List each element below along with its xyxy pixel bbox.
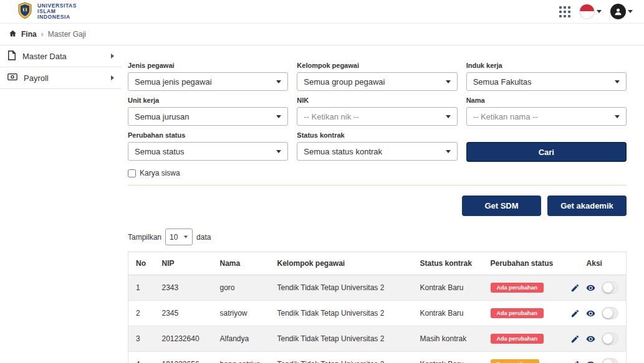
apps-grid-icon[interactable] bbox=[559, 6, 570, 17]
field-label: NIK bbox=[297, 97, 457, 105]
field-induk-kerja: Induk kerja Semua Fakultas bbox=[466, 62, 627, 91]
page-size-row: Tampilkan 10 data bbox=[128, 229, 627, 245]
edit-icon[interactable] bbox=[570, 283, 580, 293]
cell-kelompok-pegawai: Tendik Tidak Tetap Universitas 2 bbox=[270, 301, 413, 326]
cell-aksi bbox=[563, 301, 627, 326]
university-name: UNIVERSITAS ISLAM INDONESIA bbox=[37, 3, 77, 20]
cell-nama: Alfandya bbox=[213, 326, 270, 352]
cari-button[interactable]: Cari bbox=[466, 142, 627, 162]
view-icon[interactable] bbox=[585, 309, 596, 318]
kelompok-pegawai-select[interactable]: Semua group pegawai bbox=[297, 72, 457, 91]
chevron-down-icon bbox=[276, 115, 281, 118]
get-akademik-button[interactable]: Get akademik bbox=[547, 196, 627, 216]
select-value: Semua status bbox=[135, 147, 185, 156]
sidebar-item-label: Master Data bbox=[22, 52, 105, 61]
cell-nama: satriyow bbox=[213, 301, 270, 326]
uii-logo[interactable]: UNIVERSITAS ISLAM INDONESIA bbox=[17, 2, 77, 22]
header-actions bbox=[559, 4, 633, 19]
select-value: -- Ketikan nik -- bbox=[304, 112, 358, 121]
field-label: Perubahan status bbox=[128, 131, 288, 139]
cell-status-kontrak: Kontrak Baru bbox=[413, 275, 483, 301]
bulk-action-row: Get SDM Get akademik bbox=[128, 196, 627, 216]
page-size-select[interactable]: 10 bbox=[165, 229, 193, 245]
home-icon[interactable] bbox=[9, 29, 17, 39]
edit-icon[interactable] bbox=[570, 360, 580, 363]
table-row: 2 2345 satriyow Tendik Tidak Tetap Unive… bbox=[128, 301, 627, 326]
chevron-down-icon bbox=[276, 150, 281, 153]
cell-status-kontrak: Kontrak Baru bbox=[413, 352, 483, 363]
field-label: Jenis pegawai bbox=[128, 62, 288, 70]
field-label: Unit kerja bbox=[128, 97, 288, 105]
karya-siswa-checkbox-row[interactable]: Karya siswa bbox=[128, 169, 180, 177]
nik-select[interactable]: -- Ketikan nik -- bbox=[297, 107, 457, 126]
chevron-down-icon bbox=[446, 115, 451, 118]
edit-icon[interactable] bbox=[570, 334, 580, 344]
status-badge: Ada perubahan bbox=[491, 308, 544, 318]
field-kelompok-pegawai: Kelompok pegawai Semua group pegawai bbox=[297, 62, 457, 91]
toggle-switch[interactable] bbox=[602, 358, 619, 363]
column-header: Aksi bbox=[563, 252, 627, 275]
cell-aksi bbox=[563, 326, 627, 352]
unit-kerja-select[interactable]: Semua jurusan bbox=[128, 107, 288, 126]
perubahan-status-select[interactable]: Semua status bbox=[128, 142, 288, 161]
toggle-switch[interactable] bbox=[602, 281, 619, 294]
select-value: Semua group pegawai bbox=[304, 77, 385, 87]
cell-nama: bang satriyo bbox=[213, 352, 270, 363]
select-value: Semua Fakultas bbox=[473, 77, 532, 87]
user-avatar-icon bbox=[610, 4, 626, 19]
cell-kelompok-pegawai: Tendik Tidak Tetap Universitas 2 bbox=[270, 275, 413, 301]
get-sdm-button[interactable]: Get SDM bbox=[462, 196, 541, 216]
chevron-down-icon bbox=[628, 10, 633, 13]
chevron-down-icon bbox=[276, 80, 281, 83]
sidebar-item-payroll[interactable]: Payroll bbox=[0, 67, 122, 89]
toggle-switch[interactable] bbox=[602, 307, 619, 319]
payroll-icon bbox=[7, 73, 17, 83]
cell-aksi bbox=[563, 275, 627, 301]
cell-perubahan-status: Ada perubahan bbox=[483, 326, 563, 352]
view-icon[interactable] bbox=[585, 360, 596, 363]
cell-no: 4 bbox=[128, 352, 155, 363]
view-icon[interactable] bbox=[585, 283, 596, 293]
field-jenis-pegawai: Jenis pegawai Semua jenis pegawai bbox=[128, 62, 288, 91]
table-header-row: NoNIPNamaKelompok pegawaiStatus kontrakP… bbox=[128, 252, 627, 275]
employee-table: NoNIPNamaKelompok pegawaiStatus kontrakP… bbox=[128, 252, 627, 363]
column-header: Perubahan status bbox=[483, 252, 563, 275]
cell-kelompok-pegawai: Tendik Tidak Tetap Universitas 2 bbox=[270, 326, 413, 352]
chevron-down-icon bbox=[597, 10, 602, 13]
chevron-down-icon bbox=[446, 80, 451, 83]
language-flag-menu[interactable] bbox=[579, 4, 602, 19]
column-header: No bbox=[128, 252, 155, 275]
breadcrumb-section[interactable]: Fina bbox=[21, 30, 37, 39]
page-size-value: 10 bbox=[170, 233, 178, 242]
sidebar-item-label: Payroll bbox=[24, 73, 105, 83]
chevron-down-icon bbox=[184, 236, 188, 238]
show-suffix-label: data bbox=[196, 233, 211, 242]
file-icon bbox=[7, 50, 16, 62]
select-value: Semua status kontrak bbox=[304, 147, 382, 156]
section-divider bbox=[128, 185, 627, 186]
cell-aksi bbox=[563, 352, 627, 363]
select-value: Semua jurusan bbox=[135, 112, 189, 121]
field-label: Induk kerja bbox=[466, 62, 627, 70]
karya-siswa-checkbox[interactable] bbox=[128, 169, 136, 177]
table-row: 1 2343 goro Tendik Tidak Tetap Universit… bbox=[128, 275, 627, 301]
cell-nip: 2345 bbox=[155, 301, 213, 326]
view-icon[interactable] bbox=[585, 334, 596, 344]
induk-kerja-select[interactable]: Semua Fakultas bbox=[466, 72, 627, 91]
sidebar: Master Data Payroll bbox=[0, 45, 122, 363]
column-header: Kelompok pegawai bbox=[270, 252, 413, 275]
nama-select[interactable]: -- Ketikan nama -- bbox=[466, 107, 627, 126]
cell-nip: 191232656 bbox=[155, 352, 213, 363]
sidebar-item-master-data[interactable]: Master Data bbox=[0, 45, 122, 67]
user-account-menu[interactable] bbox=[610, 4, 633, 19]
cell-status-kontrak: Kontrak Baru bbox=[413, 301, 483, 326]
column-header: Nama bbox=[213, 252, 270, 275]
status-kontrak-select[interactable]: Semua status kontrak bbox=[297, 142, 457, 161]
toggle-switch[interactable] bbox=[602, 332, 619, 345]
column-header: NIP bbox=[155, 252, 213, 275]
field-label-spacer bbox=[466, 131, 627, 139]
field-label: Nama bbox=[466, 97, 627, 105]
jenis-pegawai-select[interactable]: Semua jenis pegawai bbox=[128, 72, 288, 91]
edit-icon[interactable] bbox=[570, 309, 580, 318]
karya-siswa-label: Karya siswa bbox=[140, 169, 180, 177]
